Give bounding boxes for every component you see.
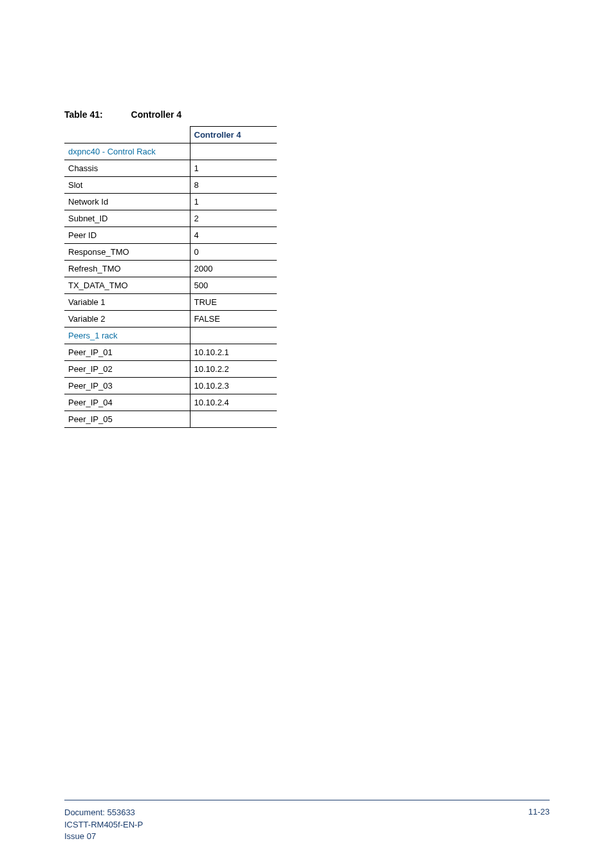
param-value (190, 411, 277, 428)
param-name: Peer_IP_01 (64, 344, 190, 361)
footer-page-number: 11-23 (528, 807, 550, 842)
footer-doc-id: ICSTT-RM405f-EN-P (64, 819, 143, 831)
param-value: TRUE (190, 294, 277, 311)
table-row: Response_TMO 0 (64, 244, 277, 261)
header-cell-param (64, 127, 190, 143)
table-row: TX_DATA_TMO 500 (64, 277, 277, 294)
param-value: 10.10.2.1 (190, 344, 277, 361)
param-value: 1 (190, 194, 277, 210)
param-name: dxpnc40 - Control Rack (64, 143, 190, 160)
table-row: Peer_IP_04 10.10.2.4 (64, 394, 277, 411)
table-label: Table 41: (64, 109, 103, 120)
table-row: Peer_IP_03 10.10.2.3 (64, 378, 277, 394)
footer-left: Document: 553633 ICSTT-RM405f-EN-P Issue… (64, 807, 143, 842)
footer-divider (64, 800, 550, 800)
param-value: 10.10.2.3 (190, 378, 277, 394)
param-name: Peer_IP_02 (64, 361, 190, 378)
controller-table: Controller 4 dxpnc40 - Control Rack Chas… (64, 126, 277, 428)
param-value (190, 143, 277, 160)
param-name: Chassis (64, 160, 190, 177)
param-name: Response_TMO (64, 244, 190, 261)
param-value: 10.10.2.2 (190, 361, 277, 378)
param-value: 10.10.2.4 (190, 394, 277, 411)
param-name: Network Id (64, 194, 190, 210)
page-footer: Document: 553633 ICSTT-RM405f-EN-P Issue… (64, 807, 550, 842)
param-value: FALSE (190, 311, 277, 328)
table-row: Chassis 1 (64, 160, 277, 177)
header-cell-controller: Controller 4 (190, 127, 277, 143)
param-value: 1 (190, 160, 277, 177)
param-name: Refresh_TMO (64, 261, 190, 277)
param-name: Slot (64, 177, 190, 194)
table-row: Peer_IP_05 (64, 411, 277, 428)
param-value: 0 (190, 244, 277, 261)
table-header-row: Controller 4 (64, 127, 277, 143)
param-value: 2000 (190, 261, 277, 277)
param-value: 500 (190, 277, 277, 294)
footer-doc-number: Document: 553633 (64, 807, 143, 818)
param-name: Subnet_ID (64, 210, 190, 227)
footer-issue: Issue 07 (64, 831, 143, 842)
table-row: Refresh_TMO 2000 (64, 261, 277, 277)
table-title: Controller 4 (131, 109, 182, 120)
param-name: Peer ID (64, 227, 190, 244)
param-value: 2 (190, 210, 277, 227)
param-name: Variable 2 (64, 311, 190, 328)
table-body: dxpnc40 - Control Rack Chassis 1 Slot 8 … (64, 143, 277, 428)
table-row: Peer_IP_01 10.10.2.1 (64, 344, 277, 361)
param-value: 4 (190, 227, 277, 244)
param-name: TX_DATA_TMO (64, 277, 190, 294)
table-row: Network Id 1 (64, 194, 277, 210)
table-row: Slot 8 (64, 177, 277, 194)
param-value: 8 (190, 177, 277, 194)
param-name: Variable 1 (64, 294, 190, 311)
table-row: dxpnc40 - Control Rack (64, 143, 277, 160)
table-row: Subnet_ID 2 (64, 210, 277, 227)
table-row: Variable 1 TRUE (64, 294, 277, 311)
table-row: Variable 2 FALSE (64, 311, 277, 328)
table-caption: Table 41: Controller 4 (64, 109, 550, 120)
table-row: Peer ID 4 (64, 227, 277, 244)
param-name: Peer_IP_03 (64, 378, 190, 394)
param-name: Peer_IP_05 (64, 411, 190, 428)
param-value (190, 328, 277, 344)
page-container: Table 41: Controller 4 Controller 4 dxpn… (0, 0, 614, 868)
table-row: Peers_1 rack (64, 328, 277, 344)
table-row: Peer_IP_02 10.10.2.2 (64, 361, 277, 378)
param-name: Peer_IP_04 (64, 394, 190, 411)
param-name: Peers_1 rack (64, 328, 190, 344)
